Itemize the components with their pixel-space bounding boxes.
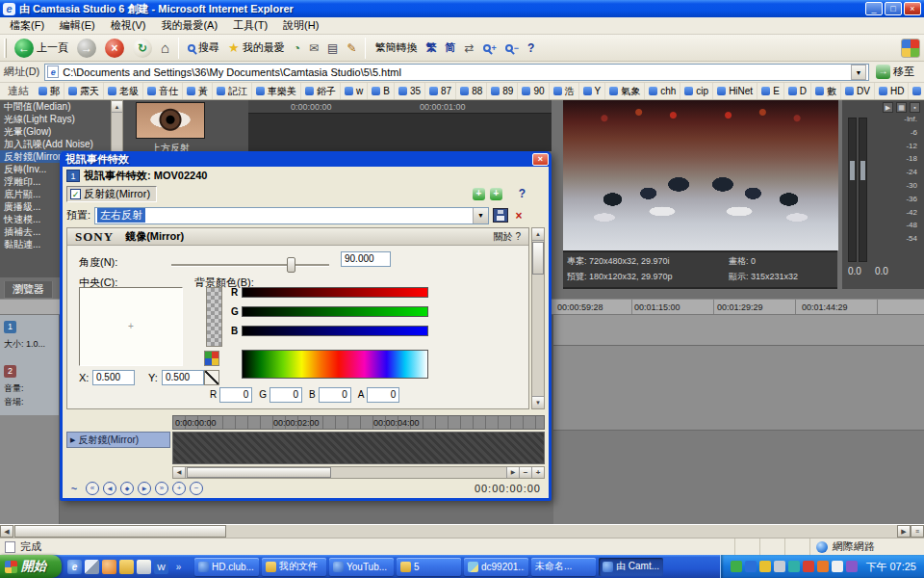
- color-spectrum[interactable]: [242, 350, 428, 379]
- browser-pane-tab[interactable]: 瀏覽器: [4, 281, 53, 299]
- link-item[interactable]: 35: [395, 83, 425, 99]
- taskbar-task-button[interactable]: HD.club...: [194, 558, 259, 576]
- rgba-field-input[interactable]: 0: [219, 387, 252, 403]
- taskbar-task-button[interactable]: 由 Camt...: [599, 558, 663, 576]
- maximize-button[interactable]: □: [885, 2, 902, 15]
- link-item[interactable]: D: [784, 83, 811, 99]
- video-preview-frame[interactable]: [563, 100, 838, 250]
- link-item[interactable]: 87: [425, 83, 456, 99]
- link-item[interactable]: 車樂美: [252, 83, 301, 99]
- menu-item[interactable]: 說明(H): [275, 16, 326, 35]
- plugin-chain-index[interactable]: 1: [66, 170, 80, 182]
- refresh-button[interactable]: [130, 38, 155, 59]
- menu-item[interactable]: 檔案(F): [2, 16, 52, 35]
- link-item[interactable]: 88: [456, 83, 487, 99]
- mirror-enabled-checkbox[interactable]: [70, 189, 81, 199]
- word-icon[interactable]: [154, 560, 168, 574]
- update-icon[interactable]: [759, 561, 771, 572]
- angle-value-input[interactable]: 90.000: [341, 251, 391, 267]
- zoom-out-button[interactable]: −: [519, 467, 531, 478]
- about-link[interactable]: 關於 ?: [494, 230, 521, 244]
- meter-pin-icon[interactable]: ▪: [910, 102, 920, 113]
- expand-arrow-icon[interactable]: [70, 436, 75, 444]
- zoom-out-button[interactable]: −: [502, 42, 522, 54]
- center-picker[interactable]: [79, 287, 183, 366]
- track-2-volume-label[interactable]: 音量:: [4, 382, 58, 395]
- menu-item[interactable]: 編輯(E): [52, 16, 103, 35]
- mail-button[interactable]: [306, 40, 321, 56]
- link-item[interactable]: chh: [645, 83, 680, 99]
- scrollbar-thumb[interactable]: [532, 242, 544, 275]
- start-button[interactable]: 開始: [0, 555, 62, 578]
- link-item[interactable]: 音仕: [143, 83, 183, 99]
- delete-preset-icon[interactable]: ×: [512, 209, 526, 223]
- dialog-help-button[interactable]: ?: [519, 187, 526, 200]
- link-item[interactable]: w: [341, 83, 368, 99]
- effect-list-item[interactable]: 光線(Light Rays): [0, 113, 111, 125]
- blue-channel-slider[interactable]: [242, 326, 428, 336]
- scroll-left-icon[interactable]: ◀: [0, 525, 13, 538]
- kf-previous-button[interactable]: [103, 482, 116, 495]
- show-desktop-icon[interactable]: [85, 560, 99, 574]
- taskbar-task-button[interactable]: 5: [397, 558, 461, 576]
- effect-list-item[interactable]: 中間值(Median): [0, 100, 111, 113]
- save-preset-icon[interactable]: [493, 208, 508, 223]
- link-item[interactable]: 浩: [550, 83, 579, 99]
- link-item[interactable]: 郵: [35, 83, 64, 99]
- palette-picker-icon[interactable]: [204, 351, 219, 366]
- keyframe-track-area[interactable]: [172, 432, 545, 464]
- plugin-panel-scrollbar[interactable]: ▲ ▼: [531, 227, 545, 409]
- network-icon[interactable]: [803, 561, 814, 572]
- curve-tool-icon[interactable]: ~: [66, 483, 82, 494]
- link-item[interactable]: I: [909, 83, 924, 99]
- green-channel-slider[interactable]: [242, 306, 428, 317]
- angle-slider-handle[interactable]: [287, 257, 295, 273]
- messenger-icon[interactable]: [817, 561, 829, 572]
- link-item[interactable]: 記江: [213, 83, 252, 99]
- scroll-up-icon[interactable]: ▲: [112, 101, 122, 113]
- link-item[interactable]: 數: [811, 83, 841, 99]
- angle-slider-track[interactable]: [171, 264, 329, 267]
- folder-icon[interactable]: [119, 560, 134, 574]
- volume-icon[interactable]: [774, 561, 785, 572]
- favorites-button[interactable]: 我的最愛: [225, 39, 288, 56]
- link-item[interactable]: 90: [518, 83, 549, 99]
- chevron-icon[interactable]: [171, 560, 186, 574]
- scroll-right-icon[interactable]: ▶: [897, 525, 911, 538]
- kf-first-button[interactable]: [86, 482, 99, 495]
- help-button[interactable]: ?: [525, 40, 537, 56]
- menu-item[interactable]: 檢視(V): [103, 16, 154, 35]
- taskbar-task-button[interactable]: dc99201...: [464, 558, 528, 576]
- mirror-plugin-toggle[interactable]: 反射鏡(Mirror): [66, 186, 157, 202]
- link-item[interactable]: 89: [487, 83, 518, 99]
- preset-thumbnail-eye-image[interactable]: [136, 102, 205, 139]
- dialog-close-button[interactable]: ×: [532, 153, 549, 166]
- timeline-track-area[interactable]: [553, 315, 924, 524]
- meter-speaker-icon[interactable]: ▶: [883, 102, 893, 113]
- track-2-pan-label[interactable]: 音場:: [4, 396, 58, 408]
- menu-item[interactable]: 我的最愛(A): [153, 16, 225, 35]
- taskbar-task-button[interactable]: 我的文件: [262, 558, 326, 576]
- link-item[interactable]: 露天: [64, 83, 104, 99]
- scroll-up-icon[interactable]: ▲: [532, 228, 544, 241]
- to-traditional-button[interactable]: 繁: [423, 39, 439, 56]
- track-1-number[interactable]: 1: [4, 321, 16, 333]
- go-button[interactable]: 移至: [874, 65, 920, 79]
- keyframe-track-label[interactable]: 反射鏡(Mirror): [66, 432, 170, 448]
- trimmer-ruler[interactable]: 0:00:00:0000:00:01:00: [248, 100, 552, 114]
- ime-icon[interactable]: [745, 561, 757, 572]
- link-item[interactable]: 氣象: [605, 83, 645, 99]
- kf-last-button[interactable]: [155, 482, 168, 495]
- media-player-icon[interactable]: [102, 560, 116, 574]
- alpha-strip[interactable]: [206, 287, 222, 347]
- kf-add-button[interactable]: [172, 482, 186, 495]
- kf-next-button[interactable]: [138, 482, 151, 495]
- taskbar-task-button[interactable]: 未命名...: [531, 558, 596, 576]
- clipboard-icon[interactable]: [832, 561, 843, 572]
- effect-list-item[interactable]: 光暈(Glow): [0, 125, 111, 138]
- kf-remove-button[interactable]: [190, 482, 203, 495]
- rgba-field-input[interactable]: 0: [319, 387, 351, 403]
- zoom-in-button[interactable]: +: [531, 467, 544, 478]
- link-item[interactable]: cip: [680, 83, 713, 99]
- track-1-size-label[interactable]: 大小: 1.0...: [4, 338, 58, 351]
